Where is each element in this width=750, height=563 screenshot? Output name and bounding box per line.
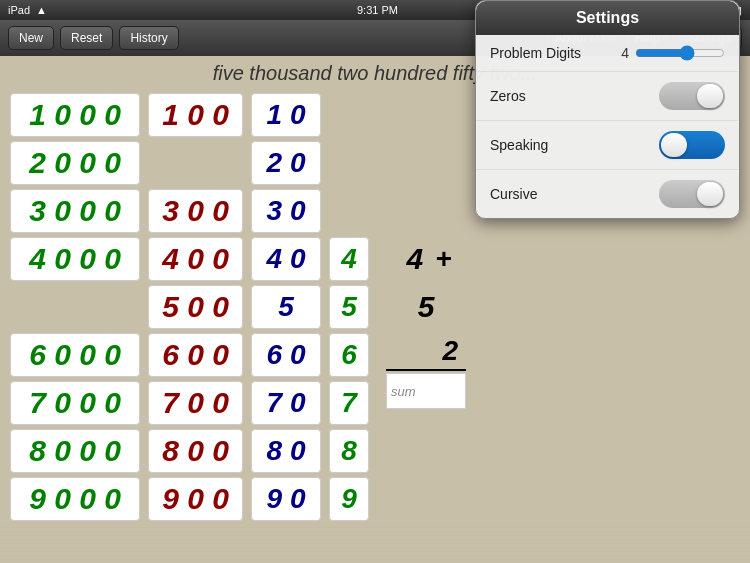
tile-60[interactable]: 6 0 bbox=[251, 333, 321, 377]
settings-row-problem-digits: Problem Digits 4 bbox=[476, 35, 739, 72]
tile-800[interactable]: 8 0 0 bbox=[148, 429, 243, 473]
ones-column: 4 5 6 7 8 9 bbox=[329, 93, 369, 521]
tile-500[interactable]: 5 0 0 bbox=[148, 285, 243, 329]
reset-button[interactable]: Reset bbox=[60, 26, 113, 50]
toolbar-left: New Reset History bbox=[8, 26, 179, 50]
history-button[interactable]: History bbox=[119, 26, 178, 50]
tile-6[interactable]: 6 bbox=[329, 333, 369, 377]
tens-column: 1 0 2 0 3 0 4 0 5 6 0 7 0 8 0 9 0 bbox=[251, 93, 321, 521]
settings-title: Settings bbox=[576, 9, 639, 26]
tile-40[interactable]: 4 0 bbox=[251, 237, 321, 281]
tile-8000[interactable]: 8 0 0 0 bbox=[10, 429, 140, 473]
problem-area: 4 + 5 2 sum bbox=[381, 93, 471, 521]
problem-five-row: 5 bbox=[411, 285, 441, 329]
settings-title-bar: Settings bbox=[476, 1, 739, 35]
tile-20[interactable]: 2 0 bbox=[251, 141, 321, 185]
settings-row-speaking: Speaking ON bbox=[476, 121, 739, 170]
tile-9[interactable]: 9 bbox=[329, 477, 369, 521]
problem-digits-slider[interactable] bbox=[635, 45, 725, 61]
settings-row-zeros: Zeros OFF bbox=[476, 72, 739, 121]
zeros-label: Zeros bbox=[490, 88, 526, 104]
settings-panel: Settings Problem Digits 4 Zeros OFF Spea… bbox=[475, 0, 740, 219]
tile-10[interactable]: 1 0 bbox=[251, 93, 321, 137]
sum-placeholder: sum bbox=[391, 384, 416, 399]
sum-box[interactable]: sum bbox=[386, 373, 466, 409]
thousands-column: 1 0 0 0 2 0 0 0 3 0 0 0 4 0 0 0 6 0 0 0 … bbox=[10, 93, 140, 521]
problem-digits-value: 4 bbox=[621, 45, 629, 61]
cursive-knob bbox=[697, 182, 723, 206]
tile-300[interactable]: 3 0 0 bbox=[148, 189, 243, 233]
tile-7[interactable]: 7 bbox=[329, 381, 369, 425]
tile-30[interactable]: 3 0 bbox=[251, 189, 321, 233]
slider-container: 4 bbox=[621, 45, 725, 61]
tile-900[interactable]: 9 0 0 bbox=[148, 477, 243, 521]
tile-600[interactable]: 6 0 0 bbox=[148, 333, 243, 377]
carrier-label: iPad bbox=[8, 4, 30, 16]
status-left: iPad ▲ bbox=[8, 4, 47, 16]
problem-bottom-number: 2 bbox=[442, 335, 466, 367]
problem-digits-label: Problem Digits bbox=[490, 45, 581, 61]
cursive-toggle[interactable]: OFF bbox=[659, 180, 725, 208]
problem-top-number: 4 bbox=[400, 242, 430, 276]
tile-80[interactable]: 8 0 bbox=[251, 429, 321, 473]
new-button[interactable]: New bbox=[8, 26, 54, 50]
speaking-label: Speaking bbox=[490, 137, 548, 153]
sum-line bbox=[386, 369, 466, 371]
tile-6000[interactable]: 6 0 0 0 bbox=[10, 333, 140, 377]
time-label: 9:31 PM bbox=[357, 4, 398, 16]
tile-50[interactable]: 5 bbox=[251, 285, 321, 329]
problem-five-number: 5 bbox=[411, 290, 441, 324]
zeros-toggle[interactable]: OFF bbox=[659, 82, 725, 110]
speaking-toggle[interactable]: ON bbox=[659, 131, 725, 159]
settings-row-cursive: Cursive OFF bbox=[476, 170, 739, 218]
tile-4000[interactable]: 4 0 0 0 bbox=[10, 237, 140, 281]
tile-5[interactable]: 5 bbox=[329, 285, 369, 329]
tile-400[interactable]: 4 0 0 bbox=[148, 237, 243, 281]
zeros-knob bbox=[697, 84, 723, 108]
tile-4[interactable]: 4 bbox=[329, 237, 369, 281]
tile-7000[interactable]: 7 0 0 0 bbox=[10, 381, 140, 425]
tile-3000[interactable]: 3 0 0 0 bbox=[10, 189, 140, 233]
tile-2000[interactable]: 2 0 0 0 bbox=[10, 141, 140, 185]
tile-90[interactable]: 9 0 bbox=[251, 477, 321, 521]
tile-700[interactable]: 7 0 0 bbox=[148, 381, 243, 425]
problem-top-row: 4 + bbox=[400, 237, 452, 281]
tile-1000[interactable]: 1 0 0 0 bbox=[10, 93, 140, 137]
wifi-icon: ▲ bbox=[36, 4, 47, 16]
plus-sign: + bbox=[436, 243, 452, 275]
hundreds-column: 1 0 0 3 0 0 4 0 0 5 0 0 6 0 0 7 0 0 8 0 … bbox=[148, 93, 243, 521]
tile-9000[interactable]: 9 0 0 0 bbox=[10, 477, 140, 521]
cursive-label: Cursive bbox=[490, 186, 537, 202]
tile-100[interactable]: 1 0 0 bbox=[148, 93, 243, 137]
speaking-knob bbox=[661, 133, 687, 157]
tile-8[interactable]: 8 bbox=[329, 429, 369, 473]
tile-70[interactable]: 7 0 bbox=[251, 381, 321, 425]
